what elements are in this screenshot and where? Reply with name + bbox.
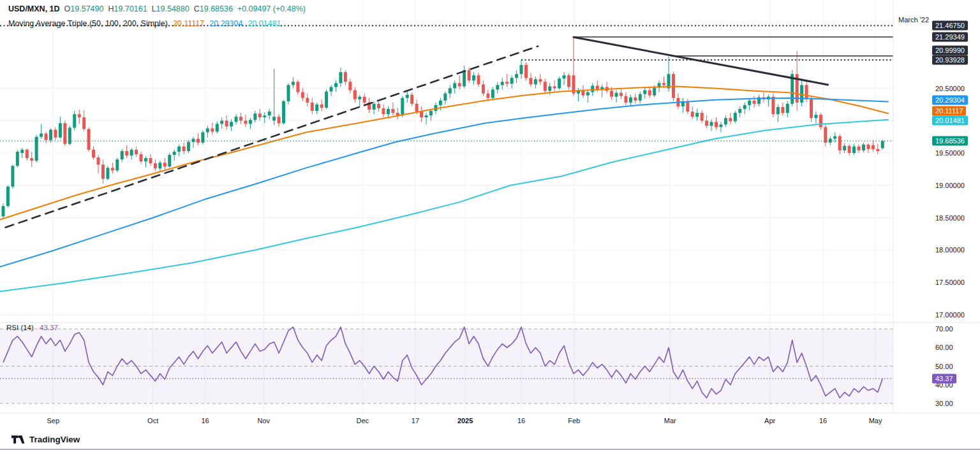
candle-body xyxy=(177,147,181,152)
ohlc-values: O19.57490H19.70161L19.54880C19.68536 xyxy=(60,4,233,13)
rsi-axis-label: 60.00 xyxy=(935,344,953,351)
candle-body xyxy=(163,163,167,166)
candle-body xyxy=(520,65,523,74)
candle-body xyxy=(230,122,233,126)
candle-body xyxy=(68,127,71,143)
candle-body xyxy=(524,65,528,78)
tradingview-logo[interactable]: TradingView xyxy=(11,435,80,444)
candle-body xyxy=(182,147,186,151)
candle-body xyxy=(563,75,566,78)
candle-body xyxy=(2,206,5,216)
candle-body xyxy=(548,86,551,91)
candle-body xyxy=(197,139,200,143)
candle-body xyxy=(282,101,285,124)
candle-body xyxy=(634,98,637,101)
candle-body xyxy=(544,82,547,91)
candle-body xyxy=(615,93,618,97)
candle-body xyxy=(648,91,651,96)
time-axis-label[interactable]: 16 xyxy=(517,417,525,425)
candle-body xyxy=(534,79,537,84)
candle-body xyxy=(45,134,48,140)
ohlc-key: C xyxy=(194,4,200,13)
candle-body xyxy=(130,150,133,156)
indicator-header: Moving Average Triple (50, 100, 200, Sim… xyxy=(8,19,281,28)
candle-body xyxy=(776,107,780,114)
time-axis-label[interactable]: 16 xyxy=(202,417,209,425)
symbol-title[interactable]: USD/MXN, 1D xyxy=(8,4,60,13)
candle-body xyxy=(26,150,29,158)
candle-body xyxy=(748,101,751,105)
candle-body xyxy=(591,85,594,92)
time-axis-label[interactable]: Oct xyxy=(147,417,158,425)
rsi-axis-badge: 43.37 xyxy=(932,374,956,383)
candle-body xyxy=(121,151,124,159)
rsi-title[interactable]: RSI xyxy=(6,324,19,331)
candle-body xyxy=(6,187,10,206)
time-axis-label[interactable]: Mar xyxy=(664,417,676,425)
candle-body xyxy=(458,83,461,86)
candle-body xyxy=(858,147,861,150)
time-axis-label[interactable]: Apr xyxy=(764,417,775,425)
candle-body xyxy=(486,94,489,98)
candle-body xyxy=(586,92,590,96)
indicator-values: 20.1111720.2930420.01481 xyxy=(168,19,281,28)
candle-body xyxy=(115,159,119,170)
candle-body xyxy=(838,136,842,150)
candle-body xyxy=(629,98,632,103)
time-axis-label[interactable]: Feb xyxy=(568,417,580,425)
solid-trendline xyxy=(574,37,828,85)
candle-body xyxy=(415,104,419,112)
price-axis-label: 20.50000 xyxy=(935,85,965,92)
chart-canvas[interactable] xyxy=(0,0,980,450)
price-axis-badge: 19.68536 xyxy=(932,136,968,146)
candle-body xyxy=(135,150,138,154)
candle-body xyxy=(158,163,161,168)
candle-body xyxy=(425,115,428,117)
candle-body xyxy=(87,129,91,149)
candle-body xyxy=(753,101,756,104)
time-axis-label[interactable]: Nov xyxy=(257,417,270,425)
candle-body xyxy=(149,158,152,163)
time-axis-label[interactable]: Dec xyxy=(356,417,369,425)
candle-body xyxy=(705,120,708,126)
time-axis-label[interactable]: 2025 xyxy=(457,417,473,425)
time-axis-label[interactable]: 17 xyxy=(412,417,419,425)
candle-body xyxy=(239,117,242,120)
price-axis-badge: 20.29304 xyxy=(932,95,968,105)
candle-body xyxy=(168,155,171,166)
candle-body xyxy=(567,75,570,87)
candle-body xyxy=(206,128,209,132)
candle-body xyxy=(54,129,57,137)
candle-body xyxy=(781,107,784,113)
candle-body xyxy=(358,97,361,99)
candle-body xyxy=(401,98,404,115)
candle-body xyxy=(620,93,623,96)
tradingview-chart-app: USD/MXN, 1DO19.57490H19.70161L19.54880C1… xyxy=(0,0,980,450)
candle-body xyxy=(848,146,851,153)
candle-body xyxy=(306,98,309,103)
price-axis-label: 19.00000 xyxy=(935,182,965,189)
candle-body xyxy=(429,111,433,115)
candle-body xyxy=(263,115,266,117)
candle-body xyxy=(738,109,741,113)
price-axis-badge: 20.99990 xyxy=(932,45,968,55)
time-axis-label[interactable]: May xyxy=(869,417,882,425)
time-axis-label[interactable]: Sep xyxy=(47,417,59,425)
candle-body xyxy=(296,82,299,92)
candle-body xyxy=(59,123,62,137)
indicator-ma-value: 20.29304 xyxy=(209,19,242,28)
ma-100-line xyxy=(0,98,888,267)
price-axis-badge: 20.11117 xyxy=(932,106,966,115)
ohlc-value: 19.70161 xyxy=(114,4,147,13)
candle-body xyxy=(20,150,24,153)
ohlc-value: 19.57490 xyxy=(70,4,103,13)
candle-body xyxy=(278,117,281,123)
price-axis-label: 17.50000 xyxy=(935,279,965,286)
candle-body xyxy=(339,72,342,83)
candle-body xyxy=(501,82,504,85)
indicator-title[interactable]: Moving Average Triple (50, 100, 200, Sim… xyxy=(8,19,168,28)
candle-body xyxy=(581,91,584,96)
candle-body xyxy=(258,113,262,117)
candle-body xyxy=(872,145,875,149)
time-axis-label[interactable]: 16 xyxy=(819,417,827,425)
